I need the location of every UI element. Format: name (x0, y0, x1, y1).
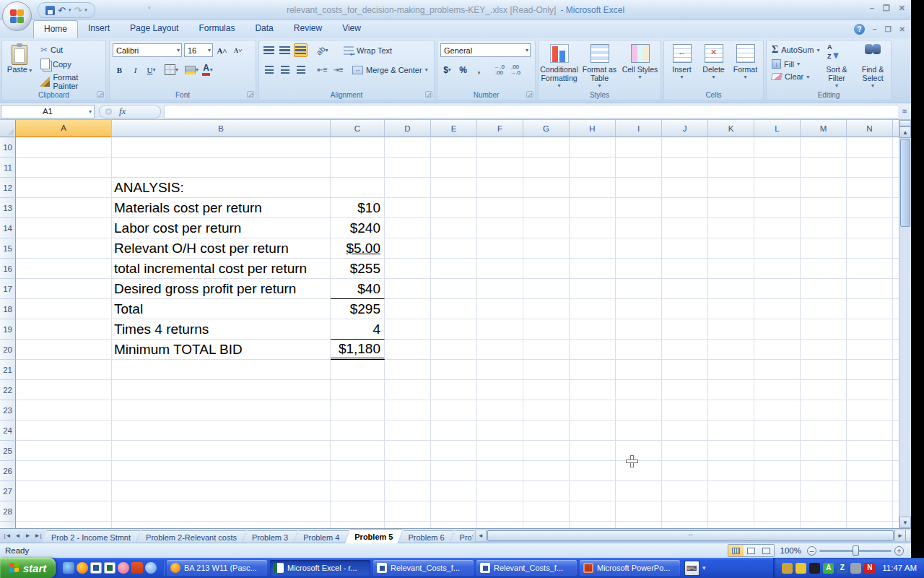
cell-I18[interactable] (616, 299, 662, 319)
cell-L24[interactable] (754, 420, 801, 441)
cell-F20[interactable] (477, 340, 523, 360)
cell-H10[interactable] (570, 137, 616, 158)
cell-I13[interactable] (616, 198, 662, 218)
row-header-28[interactable]: 28 (0, 501, 16, 522)
cell-D13[interactable] (385, 198, 431, 218)
task-button-4-microsoft-powerpo[interactable]: Microsoft PowerPo... (580, 560, 680, 576)
quick-launch-outlook-icon[interactable] (131, 562, 143, 574)
cell-A20[interactable] (16, 340, 112, 360)
row-header-24[interactable]: 24 (0, 420, 16, 441)
font-dialog-launcher-icon[interactable] (247, 91, 254, 98)
cell-E19[interactable] (431, 319, 477, 340)
cell-J28[interactable] (662, 501, 708, 522)
cell-N27[interactable] (847, 481, 893, 501)
cell-B19[interactable]: Times 4 returns (112, 319, 331, 340)
cell-B14[interactable]: Labor cost per return (112, 218, 331, 238)
cell-K14[interactable] (708, 218, 754, 238)
column-header-K[interactable]: K (708, 120, 754, 137)
cell-L25[interactable] (754, 441, 801, 461)
align-right-button[interactable] (294, 63, 308, 77)
cell-E11[interactable] (431, 158, 477, 178)
cell-F29[interactable] (477, 522, 523, 528)
cell-K16[interactable] (708, 259, 754, 279)
cell-G18[interactable] (523, 299, 570, 319)
cell-L17[interactable] (754, 279, 801, 299)
cell-A15[interactable] (16, 238, 112, 259)
cell-H20[interactable] (570, 340, 616, 360)
column-header-H[interactable]: H (570, 120, 616, 137)
cell-F21[interactable] (477, 360, 523, 380)
cell-K24[interactable] (708, 420, 754, 441)
cell-G10[interactable] (523, 137, 570, 158)
cell-G29[interactable] (523, 522, 570, 528)
comma-style-button[interactable]: , (472, 63, 486, 77)
name-box-dropdown-icon[interactable]: ▾ (89, 108, 92, 115)
cell-A29[interactable] (16, 522, 112, 528)
name-box[interactable]: A1 ▾ (1, 105, 95, 118)
cell-K10[interactable] (708, 137, 754, 158)
font-color-button[interactable]: A (201, 63, 214, 77)
zoom-slider-track[interactable] (819, 550, 892, 552)
cell-B15[interactable]: Relevant O/H cost per return (112, 238, 331, 259)
row-header-27[interactable]: 27 (0, 481, 16, 501)
cell-N12[interactable] (847, 178, 893, 198)
wrap-text-button[interactable]: Wrap Text (341, 46, 394, 56)
cell-A19[interactable] (16, 319, 112, 340)
cell-I29[interactable] (616, 522, 662, 528)
cell-L18[interactable] (754, 299, 801, 319)
insert-function-button[interactable]: fx (99, 105, 161, 118)
cell-B24[interactable] (112, 420, 331, 441)
cell-L13[interactable] (754, 198, 801, 218)
cell-L22[interactable] (754, 380, 801, 400)
cell-F28[interactable] (477, 501, 523, 522)
accounting-format-button[interactable]: $ (440, 63, 454, 77)
normal-view-button[interactable] (728, 545, 744, 556)
cell-G27[interactable] (523, 481, 570, 501)
cell-M26[interactable] (801, 461, 847, 481)
cell-H15[interactable] (570, 238, 616, 259)
cell-J18[interactable] (662, 299, 708, 319)
row-header-25[interactable]: 25 (0, 441, 16, 461)
cell-I21[interactable] (616, 360, 662, 380)
cell-F25[interactable] (477, 441, 523, 461)
column-header-F[interactable]: F (477, 120, 523, 137)
cell-M27[interactable] (801, 481, 847, 501)
cell-M23[interactable] (801, 400, 847, 420)
cell-J12[interactable] (662, 178, 708, 198)
cell-A27[interactable] (16, 481, 112, 501)
cell-C19[interactable]: 4 (331, 319, 385, 340)
cell-A11[interactable] (16, 158, 112, 178)
cell-K23[interactable] (708, 400, 754, 420)
zoom-out-icon[interactable]: – (807, 546, 816, 556)
cell-C12[interactable] (331, 178, 385, 198)
cell-E15[interactable] (431, 238, 477, 259)
row-header-26[interactable]: 26 (0, 461, 16, 481)
column-header-D[interactable]: D (385, 120, 431, 137)
cell-B23[interactable] (112, 400, 331, 420)
cell-E26[interactable] (431, 461, 477, 481)
cell-E14[interactable] (431, 218, 477, 238)
cell-N24[interactable] (847, 420, 893, 441)
cell-H25[interactable] (570, 441, 616, 461)
scroll-down-icon[interactable]: ▼ (899, 517, 911, 528)
align-center-button[interactable] (278, 63, 292, 77)
cell-K27[interactable] (708, 481, 754, 501)
cell-C13[interactable]: $10 (331, 198, 385, 218)
cell-I25[interactable] (616, 441, 662, 461)
cell-J23[interactable] (662, 400, 708, 420)
cell-J25[interactable] (662, 441, 708, 461)
column-header-G[interactable]: G (523, 120, 570, 137)
minimize-button-icon[interactable] (870, 4, 874, 12)
cell-F15[interactable] (477, 238, 523, 259)
cell-D23[interactable] (385, 400, 431, 420)
cell-K13[interactable] (708, 198, 754, 218)
tray-zotero-icon[interactable]: Z (837, 563, 847, 574)
workbook-minimize-icon[interactable] (873, 26, 877, 33)
cell-M17[interactable] (801, 279, 847, 299)
cell-G14[interactable] (523, 218, 570, 238)
cell-J19[interactable] (662, 319, 708, 340)
cell-H29[interactable] (570, 522, 616, 528)
cell-B13[interactable]: Materials cost per return (112, 198, 331, 218)
format-as-table-button[interactable]: Format as Table (580, 42, 620, 89)
cell-G12[interactable] (523, 178, 570, 198)
